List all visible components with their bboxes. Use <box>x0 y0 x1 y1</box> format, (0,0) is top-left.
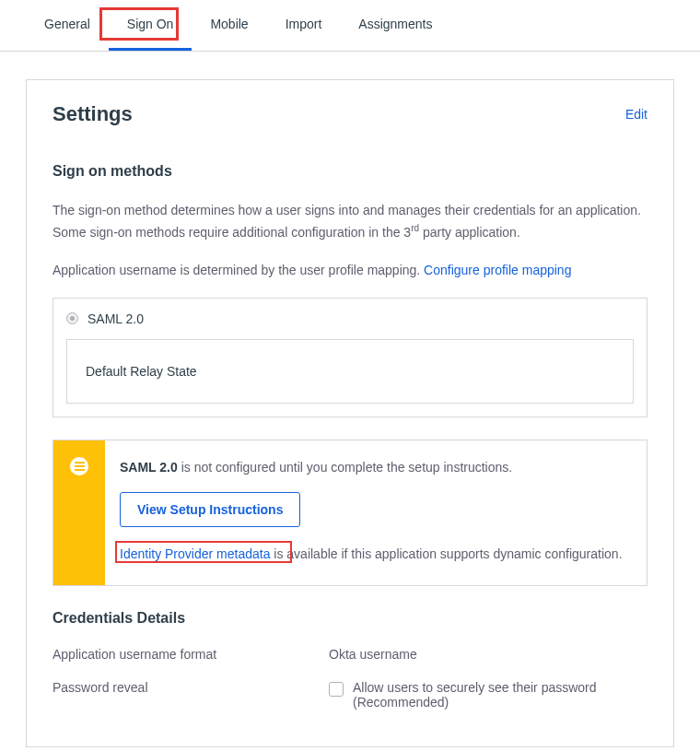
card-header: Settings Edit <box>27 80 673 135</box>
notice-line1-rest: is not configured until you complete the… <box>178 460 512 475</box>
settings-card: Settings Edit Sign on methods The sign-o… <box>26 79 674 747</box>
notice-line1: SAML 2.0 is not configured until you com… <box>120 457 630 477</box>
list-icon <box>70 457 88 475</box>
card-title: Settings <box>52 102 133 126</box>
credentials-details-title: Credentials Details <box>27 586 673 638</box>
tabs-bar: General Sign On Mobile Import Assignment… <box>0 0 700 52</box>
saml-notice: SAML 2.0 is not configured until you com… <box>52 440 648 586</box>
saml-radio[interactable] <box>66 312 78 324</box>
section-title-signon-methods: Sign on methods <box>52 163 648 180</box>
credentials-password-reveal-row: Password reveal Allow users to securely … <box>27 671 673 719</box>
idp-metadata-rest: is available if this application support… <box>270 546 622 561</box>
edit-link[interactable]: Edit <box>625 107 648 122</box>
notice-body: SAML 2.0 is not configured until you com… <box>105 440 647 585</box>
signon-description-line1: The sign-on method determines how a user… <box>52 200 648 243</box>
password-reveal-checkbox[interactable] <box>329 682 344 697</box>
identity-provider-metadata-link[interactable]: Identity Provider metadata <box>120 546 270 561</box>
card-bottom-spacer <box>27 719 673 746</box>
idp-metadata-line: Identity Provider metadata is available … <box>120 544 630 564</box>
notice-bold: SAML 2.0 <box>120 460 178 475</box>
desc-line2-prefix: Application username is determined by th… <box>52 263 424 277</box>
tab-mobile[interactable]: Mobile <box>192 0 266 51</box>
view-setup-instructions-button[interactable]: View Setup Instructions <box>120 492 300 527</box>
tab-import[interactable]: Import <box>267 0 341 51</box>
list-icon-bars <box>75 465 85 467</box>
credentials-username-format-row: Application username format Okta usernam… <box>27 638 673 671</box>
username-format-value: Okta username <box>329 647 648 662</box>
saml-config-box: SAML 2.0 Default Relay State <box>52 298 648 417</box>
password-reveal-label: Password reveal <box>52 680 329 695</box>
desc-part1: The sign-on method determines how a user… <box>52 203 641 240</box>
configure-profile-mapping-link[interactable]: Configure profile mapping <box>424 263 571 277</box>
default-relay-state-label: Default Relay State <box>86 364 197 379</box>
tab-sign-on[interactable]: Sign On <box>109 0 192 51</box>
username-format-label: Application username format <box>52 647 329 662</box>
password-reveal-value: Allow users to securely see their passwo… <box>353 680 648 710</box>
password-reveal-value-wrap: Allow users to securely see their passwo… <box>329 680 648 710</box>
tab-general[interactable]: General <box>26 0 109 51</box>
notice-stripe <box>53 440 105 585</box>
saml-radio-row: SAML 2.0 <box>53 299 647 339</box>
saml-radio-label: SAML 2.0 <box>88 311 144 326</box>
default-relay-state-box: Default Relay State <box>66 339 634 404</box>
signon-description-line2: Application username is determined by th… <box>52 260 648 281</box>
tab-assignments[interactable]: Assignments <box>340 0 450 51</box>
desc-sup: rd <box>411 223 419 233</box>
signon-methods-section: Sign on methods The sign-on method deter… <box>27 135 673 586</box>
desc-part2: party application. <box>419 225 520 240</box>
